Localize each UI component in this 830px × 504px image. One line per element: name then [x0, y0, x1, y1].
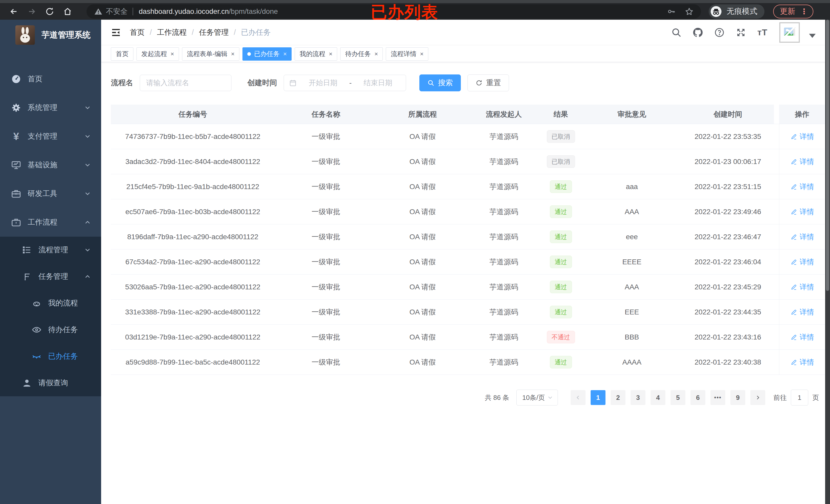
bookmark-star-icon[interactable]	[684, 7, 694, 16]
browser-update-button[interactable]: 更新 ⋮	[773, 5, 813, 19]
sidebar-item-system[interactable]: 系统管理	[0, 93, 101, 122]
page-number-button[interactable]: 1	[590, 390, 605, 405]
prev-page-button[interactable]	[571, 390, 585, 405]
detail-link-label: 详情	[800, 282, 814, 292]
browser-menu-icon[interactable]: ⋮	[800, 7, 808, 16]
tab-close-icon[interactable]: ×	[283, 51, 287, 57]
browser-back-button[interactable]	[9, 6, 19, 16]
detail-link[interactable]: 详情	[791, 132, 814, 141]
sidebar-item-done-tasks[interactable]: 已办任务	[0, 343, 101, 370]
result-tag: 不通过	[547, 331, 575, 343]
view-tab[interactable]: 流程详情 ×	[386, 47, 428, 61]
task-name-cell: 一级审批	[275, 307, 377, 317]
browser-home-button[interactable]	[62, 6, 73, 16]
font-size-icon[interactable]: тT	[756, 26, 769, 39]
goto-page-input[interactable]	[791, 390, 808, 405]
sidebar-item-infrastructure[interactable]: 基础设施	[0, 151, 101, 179]
tab-close-icon[interactable]: ×	[329, 51, 332, 57]
sidebar-item-leave-query[interactable]: 请假查询	[0, 370, 101, 396]
sidebar-item-my-process[interactable]: 我的流程	[0, 290, 101, 316]
task-name-cell: 一级审批	[275, 282, 377, 292]
incognito-icon	[710, 6, 722, 18]
header-search-button[interactable]	[670, 26, 682, 39]
github-icon[interactable]	[692, 26, 704, 39]
briefcase-icon	[10, 216, 22, 228]
page-number-button[interactable]: 4	[650, 390, 665, 405]
row-gutter	[774, 249, 779, 274]
sidebar-item-todo-tasks[interactable]: 待办任务	[0, 316, 101, 343]
page-size-select[interactable]: 10条/页	[516, 390, 558, 405]
detail-link[interactable]: 详情	[791, 257, 814, 267]
action-cell: 详情	[779, 300, 825, 325]
detail-link[interactable]: 详情	[791, 157, 814, 167]
page-number-button[interactable]: 5	[671, 390, 685, 405]
detail-link[interactable]: 详情	[791, 358, 814, 367]
row-gutter	[774, 325, 779, 349]
detail-link[interactable]: 详情	[791, 307, 814, 317]
sidebar-item-dev-tools[interactable]: 研发工具	[0, 179, 101, 208]
page-number-button[interactable]: 6	[691, 390, 705, 405]
sidebar-item-task-management[interactable]: 任务管理	[0, 263, 101, 290]
detail-link[interactable]: 详情	[791, 182, 814, 192]
help-icon[interactable]	[713, 26, 726, 39]
browser-reload-button[interactable]	[44, 6, 55, 16]
result-cell: 通过	[540, 356, 582, 368]
tab-close-icon[interactable]: ×	[420, 51, 423, 57]
column-header-result: 结果	[540, 105, 582, 124]
page-number-button[interactable]: 2	[611, 390, 626, 405]
search-button[interactable]: 搜索	[419, 74, 461, 91]
tab-close-icon[interactable]: ×	[374, 51, 378, 57]
browser-chrome: 已办列表 不安全 dashboard.yudao.iocoder.cn/bpm/…	[0, 0, 830, 20]
detail-link[interactable]: 详情	[791, 282, 814, 292]
tab-label: 发起流程	[141, 49, 167, 58]
result-cell: 通过	[540, 256, 582, 268]
sidebar-item-payment[interactable]: ¥ 支付管理	[0, 122, 101, 151]
task-id-cell: 03d1219e-7b9a-11ec-a290-acde48001122	[111, 333, 275, 341]
page-number-button[interactable]: •••	[710, 390, 725, 405]
detail-link[interactable]: 详情	[791, 232, 814, 242]
view-tab[interactable]: 已办任务 ×	[243, 47, 292, 61]
page-number-button[interactable]: 3	[631, 390, 645, 405]
sidebar-collapse-button[interactable]	[111, 27, 121, 38]
view-tab[interactable]: 我的流程 ×	[295, 47, 337, 61]
view-tab[interactable]: 发起流程 ×	[136, 47, 179, 61]
next-page-button[interactable]	[751, 390, 765, 405]
view-tab[interactable]: 流程表单-编辑 ×	[182, 47, 240, 61]
row-gutter	[774, 274, 779, 299]
fullscreen-icon[interactable]	[735, 26, 747, 39]
breadcrumb-item-task-management[interactable]: 任务管理	[199, 27, 229, 38]
sidebar-item-home[interactable]: 首页	[0, 65, 101, 93]
process-cell: OA 请假	[377, 157, 468, 167]
view-tab[interactable]: 首页 ×	[111, 47, 133, 61]
detail-link[interactable]: 详情	[791, 332, 814, 342]
detail-link[interactable]: 详情	[791, 207, 814, 217]
table-row: 53026aa5-7b9a-11ec-a290-acde48001122 一级审…	[111, 274, 825, 300]
tab-label: 我的流程	[299, 49, 325, 58]
sidebar-item-label: 流程管理	[38, 245, 68, 255]
avatar-dropdown-caret[interactable]	[809, 34, 816, 38]
process-name-input[interactable]: 请输入流程名	[140, 75, 231, 91]
browser-forward-button[interactable]	[27, 6, 37, 16]
breadcrumb-item-home[interactable]: 首页	[130, 27, 145, 38]
sidebar-item-workflow[interactable]: 工作流程	[0, 208, 101, 237]
result-tag: 通过	[550, 306, 572, 318]
avatar[interactable]	[779, 22, 800, 43]
reset-button[interactable]: 重置	[468, 74, 509, 91]
app-logo-row[interactable]: 芋道管理系统	[0, 20, 101, 51]
goto-label: 前往	[773, 393, 787, 402]
page-number-button[interactable]: 9	[730, 390, 745, 405]
monitor-icon	[10, 159, 22, 171]
tab-close-icon[interactable]: ×	[170, 51, 174, 57]
date-range-input[interactable]: 开始日期 - 结束日期	[284, 75, 406, 91]
key-icon[interactable]	[667, 7, 676, 16]
browser-scrollbar[interactable]	[825, 20, 830, 504]
tab-close-icon[interactable]: ×	[231, 51, 234, 57]
sidebar-item-process-management[interactable]: 流程管理	[0, 237, 101, 263]
scrollbar-thumb[interactable]	[826, 20, 829, 291]
result-cell: 已取消	[540, 155, 582, 168]
task-name-cell: 一级审批	[275, 332, 377, 342]
incognito-badge: 无痕模式	[709, 4, 764, 19]
pagination: 共 86 条 10条/页 1 2 3 4	[111, 390, 819, 405]
view-tab[interactable]: 待办任务 ×	[340, 47, 383, 61]
breadcrumb-item-workflow[interactable]: 工作流程	[157, 27, 187, 38]
